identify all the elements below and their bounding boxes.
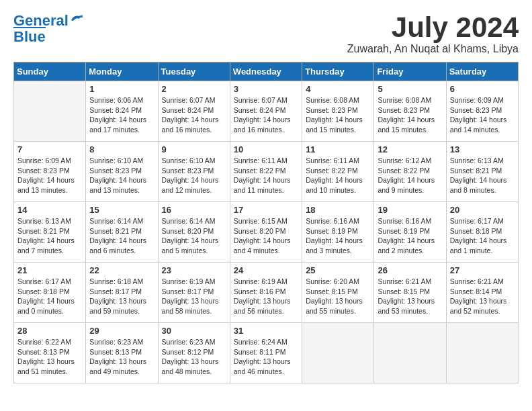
day-info: Sunrise: 6:16 AMSunset: 8:19 PMDaylight:…	[306, 216, 370, 256]
day-info: Sunrise: 6:15 AMSunset: 8:20 PMDaylight:…	[234, 216, 298, 256]
calendar-cell	[446, 323, 518, 383]
day-number: 4	[306, 84, 370, 94]
day-number: 3	[234, 84, 298, 94]
day-number: 17	[234, 205, 298, 215]
calendar-week-1: 1Sunrise: 6:06 AMSunset: 8:24 PMDaylight…	[14, 81, 519, 142]
day-info: Sunrise: 6:22 AMSunset: 8:13 PMDaylight:…	[17, 337, 82, 377]
calendar-cell: 17Sunrise: 6:15 AMSunset: 8:20 PMDayligh…	[230, 202, 302, 263]
calendar-cell: 6Sunrise: 6:09 AMSunset: 8:23 PMDaylight…	[446, 81, 518, 142]
calendar-cell: 18Sunrise: 6:16 AMSunset: 8:19 PMDayligh…	[302, 202, 374, 263]
calendar-cell: 1Sunrise: 6:06 AMSunset: 8:24 PMDaylight…	[86, 81, 158, 142]
calendar-cell: 13Sunrise: 6:13 AMSunset: 8:21 PMDayligh…	[446, 142, 518, 202]
day-info: Sunrise: 6:23 AMSunset: 8:12 PMDaylight:…	[162, 337, 226, 377]
day-number: 10	[234, 144, 298, 154]
logo: General Blue	[13, 13, 85, 46]
calendar-cell: 3Sunrise: 6:07 AMSunset: 8:24 PMDaylight…	[230, 81, 302, 142]
logo-blue: Blue	[13, 27, 46, 46]
weekday-header-row: SundayMondayTuesdayWednesdayThursdayFrid…	[14, 62, 519, 81]
day-number: 13	[450, 144, 515, 154]
calendar-cell	[14, 81, 86, 142]
day-info: Sunrise: 6:09 AMSunset: 8:23 PMDaylight:…	[450, 95, 515, 135]
day-info: Sunrise: 6:19 AMSunset: 8:16 PMDaylight:…	[234, 277, 298, 316]
day-number: 15	[89, 205, 154, 215]
day-number: 25	[306, 265, 370, 275]
calendar-cell	[374, 323, 446, 383]
weekday-header-wednesday: Wednesday	[230, 62, 302, 81]
calendar-cell: 20Sunrise: 6:17 AMSunset: 8:18 PMDayligh…	[446, 202, 518, 263]
day-number: 8	[89, 144, 154, 154]
day-info: Sunrise: 6:24 AMSunset: 8:11 PMDaylight:…	[234, 337, 298, 377]
weekday-header-saturday: Saturday	[446, 62, 518, 81]
calendar-cell: 19Sunrise: 6:16 AMSunset: 8:19 PMDayligh…	[374, 202, 446, 263]
calendar-cell	[302, 323, 374, 383]
calendar-body: 1Sunrise: 6:06 AMSunset: 8:24 PMDaylight…	[14, 81, 519, 383]
calendar-cell: 21Sunrise: 6:17 AMSunset: 8:18 PMDayligh…	[14, 263, 86, 323]
day-number: 19	[378, 205, 442, 215]
day-number: 24	[234, 265, 298, 275]
day-number: 29	[89, 326, 154, 336]
day-number: 12	[378, 144, 442, 154]
day-number: 26	[378, 265, 442, 275]
day-info: Sunrise: 6:19 AMSunset: 8:17 PMDaylight:…	[162, 277, 226, 316]
calendar-cell: 24Sunrise: 6:19 AMSunset: 8:16 PMDayligh…	[230, 263, 302, 323]
day-info: Sunrise: 6:10 AMSunset: 8:23 PMDaylight:…	[89, 156, 154, 195]
day-number: 16	[162, 205, 226, 215]
day-info: Sunrise: 6:17 AMSunset: 8:18 PMDaylight:…	[17, 277, 82, 316]
day-info: Sunrise: 6:18 AMSunset: 8:17 PMDaylight:…	[89, 277, 154, 316]
calendar-cell: 9Sunrise: 6:10 AMSunset: 8:23 PMDaylight…	[158, 142, 230, 202]
calendar-cell: 23Sunrise: 6:19 AMSunset: 8:17 PMDayligh…	[158, 263, 230, 323]
calendar-cell: 7Sunrise: 6:09 AMSunset: 8:23 PMDaylight…	[14, 142, 86, 202]
calendar-cell: 25Sunrise: 6:20 AMSunset: 8:15 PMDayligh…	[302, 263, 374, 323]
weekday-header-monday: Monday	[86, 62, 158, 81]
day-info: Sunrise: 6:07 AMSunset: 8:24 PMDaylight:…	[234, 95, 298, 135]
day-info: Sunrise: 6:21 AMSunset: 8:15 PMDaylight:…	[378, 277, 442, 316]
weekday-header-sunday: Sunday	[14, 62, 86, 81]
day-info: Sunrise: 6:09 AMSunset: 8:23 PMDaylight:…	[17, 156, 82, 195]
day-number: 11	[306, 144, 370, 154]
day-number: 23	[162, 265, 226, 275]
day-info: Sunrise: 6:20 AMSunset: 8:15 PMDaylight:…	[306, 277, 370, 316]
calendar-week-5: 28Sunrise: 6:22 AMSunset: 8:13 PMDayligh…	[14, 323, 519, 383]
day-info: Sunrise: 6:10 AMSunset: 8:23 PMDaylight:…	[162, 156, 226, 195]
day-number: 31	[234, 326, 298, 336]
day-number: 27	[450, 265, 515, 275]
day-number: 9	[162, 144, 226, 154]
day-number: 28	[17, 326, 82, 336]
title-block: July 2024 Zuwarah, An Nuqat al Khams, Li…	[347, 13, 519, 55]
day-info: Sunrise: 6:11 AMSunset: 8:22 PMDaylight:…	[234, 156, 298, 195]
calendar-cell: 30Sunrise: 6:23 AMSunset: 8:12 PMDayligh…	[158, 323, 230, 383]
logo-general: General	[13, 13, 69, 28]
day-info: Sunrise: 6:08 AMSunset: 8:23 PMDaylight:…	[306, 95, 370, 135]
calendar-cell: 16Sunrise: 6:14 AMSunset: 8:20 PMDayligh…	[158, 202, 230, 263]
day-info: Sunrise: 6:08 AMSunset: 8:23 PMDaylight:…	[378, 95, 442, 135]
day-info: Sunrise: 6:11 AMSunset: 8:22 PMDaylight:…	[306, 156, 370, 195]
calendar-cell: 31Sunrise: 6:24 AMSunset: 8:11 PMDayligh…	[230, 323, 302, 383]
calendar-cell: 4Sunrise: 6:08 AMSunset: 8:23 PMDaylight…	[302, 81, 374, 142]
day-info: Sunrise: 6:12 AMSunset: 8:22 PMDaylight:…	[378, 156, 442, 195]
calendar-week-4: 21Sunrise: 6:17 AMSunset: 8:18 PMDayligh…	[14, 263, 519, 323]
calendar-cell: 5Sunrise: 6:08 AMSunset: 8:23 PMDaylight…	[374, 81, 446, 142]
calendar-table: SundayMondayTuesdayWednesdayThursdayFrid…	[13, 62, 519, 383]
day-info: Sunrise: 6:14 AMSunset: 8:21 PMDaylight:…	[89, 216, 154, 256]
day-number: 7	[17, 144, 82, 154]
month-title: July 2024	[347, 13, 519, 42]
day-number: 20	[450, 205, 515, 215]
calendar-cell: 10Sunrise: 6:11 AMSunset: 8:22 PMDayligh…	[230, 142, 302, 202]
day-number: 30	[162, 326, 226, 336]
day-number: 5	[378, 84, 442, 94]
day-info: Sunrise: 6:23 AMSunset: 8:13 PMDaylight:…	[89, 337, 154, 377]
day-info: Sunrise: 6:17 AMSunset: 8:18 PMDaylight:…	[450, 216, 515, 256]
day-info: Sunrise: 6:21 AMSunset: 8:14 PMDaylight:…	[450, 277, 515, 316]
weekday-header-friday: Friday	[374, 62, 446, 81]
calendar-cell: 29Sunrise: 6:23 AMSunset: 8:13 PMDayligh…	[86, 323, 158, 383]
day-number: 21	[17, 265, 82, 275]
calendar-week-3: 14Sunrise: 6:13 AMSunset: 8:21 PMDayligh…	[14, 202, 519, 263]
day-info: Sunrise: 6:06 AMSunset: 8:24 PMDaylight:…	[89, 95, 154, 135]
calendar-cell: 22Sunrise: 6:18 AMSunset: 8:17 PMDayligh…	[86, 263, 158, 323]
calendar-cell: 15Sunrise: 6:14 AMSunset: 8:21 PMDayligh…	[86, 202, 158, 263]
weekday-header-thursday: Thursday	[302, 62, 374, 81]
page-header: General Blue July 2024 Zuwarah, An Nuqat…	[13, 13, 519, 55]
day-number: 6	[450, 84, 515, 94]
calendar-week-2: 7Sunrise: 6:09 AMSunset: 8:23 PMDaylight…	[14, 142, 519, 202]
day-number: 18	[306, 205, 370, 215]
